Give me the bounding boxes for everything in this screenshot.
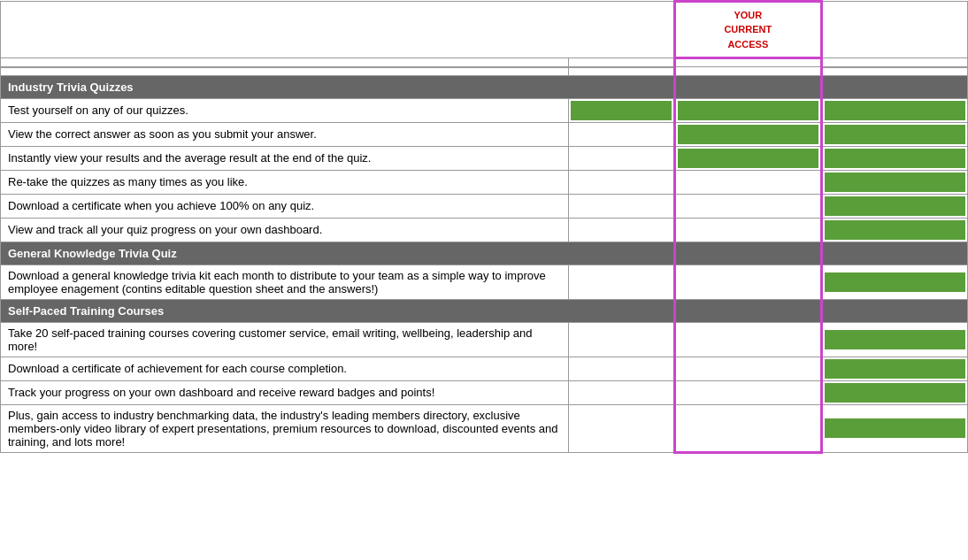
members-check <box>821 122 967 146</box>
section-members-empty <box>821 75 967 98</box>
visitors-check <box>568 146 674 170</box>
feature-text: Test yourself on any of our quizzes. <box>1 98 569 122</box>
visitors-check <box>568 194 674 218</box>
subscribers-check <box>675 357 821 380</box>
visitors-check <box>568 322 674 357</box>
section-members-empty <box>821 242 967 265</box>
members-check <box>821 380 967 404</box>
visitors-check <box>568 98 674 122</box>
section-title: General Knowledge Trivia Quiz <box>1 242 675 265</box>
section-subscribers-empty <box>675 75 821 98</box>
subscribers-check <box>675 380 821 404</box>
members-check <box>821 98 967 122</box>
table-row: Take 20 self-paced training courses cove… <box>1 322 968 357</box>
subscribers-check <box>675 404 821 452</box>
table-row: Download a general knowledge trivia kit … <box>1 265 968 299</box>
feature-column-header <box>1 58 569 67</box>
subheader-row <box>1 67 968 76</box>
feature-text: Download a general knowledge trivia kit … <box>1 265 569 299</box>
members-check <box>821 194 967 218</box>
empty-header-visitors <box>568 2 674 58</box>
members-check <box>821 218 967 242</box>
table-row: View the correct answer as soon as you s… <box>1 122 968 146</box>
subscribers-check <box>675 98 821 122</box>
visitors-check <box>568 404 674 452</box>
subscribers-check <box>675 322 821 357</box>
subscribers-check <box>675 194 821 218</box>
section-title: Industry Trivia Quizzes <box>1 75 675 98</box>
feature-text: Plus, gain access to industry benchmarki… <box>1 404 569 452</box>
visitors-check <box>568 380 674 404</box>
members-check <box>821 146 967 170</box>
members-check <box>821 322 967 357</box>
subscribers-check <box>675 218 821 242</box>
table-row: Download a certificate of achievement fo… <box>1 357 968 380</box>
features-table: YOURCURRENTACCESS <box>0 0 968 454</box>
section-members-empty <box>821 299 967 322</box>
table-row: Instantly view your results and the aver… <box>1 146 968 170</box>
visitors-check <box>568 265 674 299</box>
subscribers-column-header <box>675 58 821 67</box>
feature-text: Take 20 self-paced training courses cove… <box>1 322 569 357</box>
column-header-row <box>1 58 968 67</box>
table-row: View and track all your quiz progress on… <box>1 218 968 242</box>
feature-text: Track your progress on your own dashboar… <box>1 380 569 404</box>
section-title: Self-Paced Training Courses <box>1 299 675 322</box>
visitors-column-header <box>568 58 674 67</box>
current-access-label: YOURCURRENTACCESS <box>675 2 821 58</box>
feature-text: Download a certificate when you achieve … <box>1 194 569 218</box>
visitors-check <box>568 170 674 194</box>
current-access-label-row: YOURCURRENTACCESS <box>1 2 968 58</box>
visitors-check <box>568 357 674 380</box>
table-row: Track your progress on your own dashboar… <box>1 380 968 404</box>
subheader-feature-empty <box>1 67 569 76</box>
table-row: Plus, gain access to industry benchmarki… <box>1 404 968 452</box>
section-subscribers-empty <box>675 242 821 265</box>
feature-text: Re-take the quizzes as many times as you… <box>1 170 569 194</box>
members-check <box>821 404 967 452</box>
section-header-row: Self-Paced Training Courses <box>1 299 968 322</box>
table-row: Download a certificate when you achieve … <box>1 194 968 218</box>
subheader-members <box>821 67 967 76</box>
section-subscribers-empty <box>675 299 821 322</box>
members-check <box>821 265 967 299</box>
table-row: Test yourself on any of our quizzes. <box>1 98 968 122</box>
subscribers-check <box>675 122 821 146</box>
feature-text: View the correct answer as soon as you s… <box>1 122 569 146</box>
visitors-check <box>568 218 674 242</box>
table-row: Re-take the quizzes as many times as you… <box>1 170 968 194</box>
members-column-header <box>821 58 967 67</box>
subscribers-check <box>675 265 821 299</box>
subheader-subscribers <box>675 67 821 76</box>
empty-header-members <box>821 2 967 58</box>
visitors-check <box>568 122 674 146</box>
feature-text: Instantly view your results and the aver… <box>1 146 569 170</box>
subheader-visitors-empty <box>568 67 674 76</box>
members-check <box>821 170 967 194</box>
subscribers-check <box>675 146 821 170</box>
members-check <box>821 357 967 380</box>
subscribers-check <box>675 170 821 194</box>
section-header-row: Industry Trivia Quizzes <box>1 75 968 98</box>
feature-text: Download a certificate of achievement fo… <box>1 357 569 380</box>
section-header-row: General Knowledge Trivia Quiz <box>1 242 968 265</box>
empty-header-feature <box>1 2 569 58</box>
feature-text: View and track all your quiz progress on… <box>1 218 569 242</box>
